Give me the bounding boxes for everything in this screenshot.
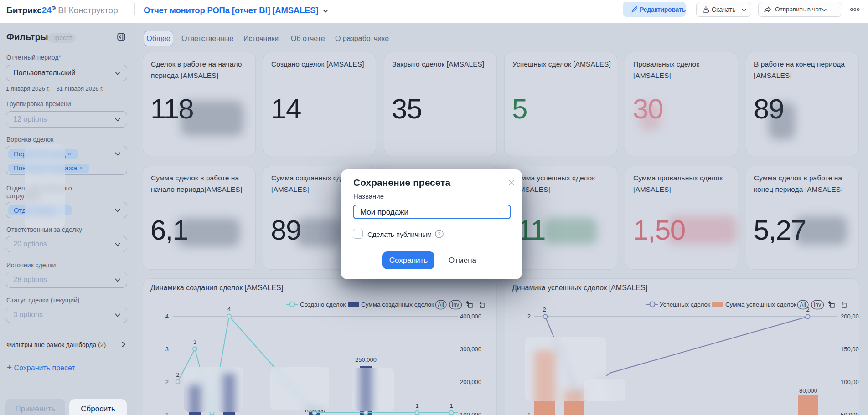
svg-text:2: 2 bbox=[176, 371, 179, 378]
svg-text:200,000: 200,000 bbox=[460, 379, 481, 385]
svg-text:Inv: Inv bbox=[452, 302, 459, 308]
svg-text:4: 4 bbox=[227, 306, 231, 313]
svg-text:Динамика создания сделок [AMSA: Динамика создания сделок [AMSALES] bbox=[150, 284, 283, 292]
svg-text:400,000: 400,000 bbox=[460, 313, 481, 320]
svg-text:3: 3 bbox=[193, 338, 196, 345]
svg-text:2: 2 bbox=[806, 306, 809, 313]
svg-text:?: ? bbox=[438, 231, 440, 237]
svg-text:Создано сделок: Создано сделок bbox=[300, 301, 346, 308]
svg-text:Сумма успешных сделок: Сумма успешных сделок bbox=[725, 301, 796, 308]
svg-text:2: 2 bbox=[165, 379, 169, 385]
svg-text:1: 1 bbox=[450, 402, 453, 409]
svg-text:100,000: 100,000 bbox=[460, 411, 481, 415]
svg-text:3: 3 bbox=[165, 346, 169, 353]
svg-text:200,000: 200,000 bbox=[841, 313, 859, 320]
svg-text:50,000: 50,000 bbox=[841, 411, 859, 415]
svg-text:100,000: 100,000 bbox=[167, 413, 189, 415]
svg-text:2: 2 bbox=[527, 313, 531, 320]
svg-text:150,000: 150,000 bbox=[841, 346, 859, 353]
svg-text:Динамика успешных сделок [AMSA: Динамика успешных сделок [AMSALES] bbox=[512, 284, 647, 292]
svg-text:100,000: 100,000 bbox=[841, 379, 859, 385]
svg-text:2: 2 bbox=[542, 306, 546, 313]
svg-text:4: 4 bbox=[165, 313, 169, 320]
svg-text:100,000: 100,000 bbox=[304, 407, 326, 414]
svg-text:All: All bbox=[438, 302, 444, 308]
svg-text:1: 1 bbox=[527, 411, 531, 415]
svg-text:250,000: 250,000 bbox=[355, 356, 377, 363]
svg-text:All: All bbox=[800, 302, 806, 308]
svg-text:300,000: 300,000 bbox=[460, 346, 481, 353]
svg-text:1: 1 bbox=[415, 402, 418, 409]
svg-text:Успешных сделок: Успешных сделок bbox=[660, 301, 710, 308]
svg-text:Сумма созданных сделок: Сумма созданных сделок bbox=[361, 301, 434, 308]
svg-text:Inv: Inv bbox=[814, 302, 821, 308]
svg-text:80,000: 80,000 bbox=[799, 387, 817, 394]
